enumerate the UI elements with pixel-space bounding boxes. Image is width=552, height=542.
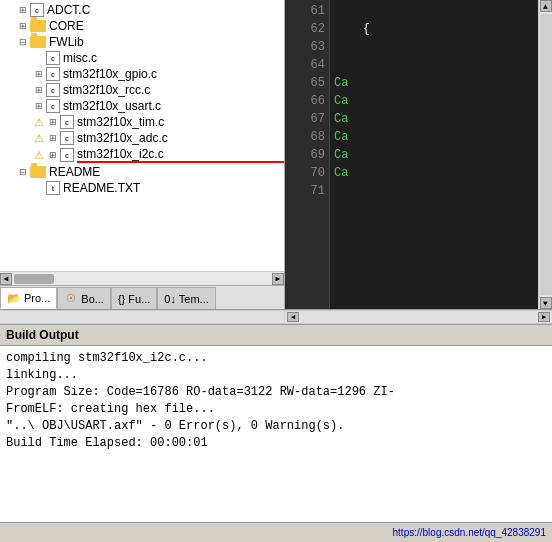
code-hscroll[interactable]: ◀ ▶ bbox=[285, 311, 552, 323]
expand-icon-usart: ⊞ bbox=[32, 99, 46, 113]
expand-icon-i2c: ⊞ bbox=[46, 148, 60, 162]
status-bar: https://blog.csdn.net/qq_42838291 bbox=[0, 522, 552, 542]
tree-item-tim[interactable]: ⚠ ⊞ c stm32f10x_tim.c bbox=[0, 114, 284, 130]
expand-icon-readme: ⊟ bbox=[16, 165, 30, 179]
tree-item-misc[interactable]: c misc.c bbox=[0, 50, 284, 66]
tree-item-gpio[interactable]: ⊞ c stm32f10x_gpio.c bbox=[0, 66, 284, 82]
tab-templates[interactable]: 0↓ Tem... bbox=[157, 287, 215, 309]
hscroll-right-arrow[interactable]: ▶ bbox=[272, 273, 284, 285]
expand-icon-readme-txt bbox=[32, 181, 46, 195]
build-output-title: Build Output bbox=[6, 328, 79, 342]
code-line-61 bbox=[334, 2, 534, 20]
code-line-66: Ca bbox=[334, 92, 534, 110]
code-hscroll-bar[interactable]: ◀ ▶ bbox=[0, 310, 552, 324]
code-line-70: Ca bbox=[334, 164, 534, 182]
expand-icon-rcc: ⊞ bbox=[32, 83, 46, 97]
folder-icon-fwlib bbox=[30, 36, 46, 48]
tree-item-i2c[interactable]: ⚠ ⊞ c stm32f10x_i2c.c bbox=[0, 146, 284, 164]
warning-icon-adc: ⚠ bbox=[32, 131, 46, 145]
line-num-62: 62 bbox=[289, 20, 325, 38]
build-line-0: compiling stm32f10x_i2c.c... bbox=[6, 350, 546, 367]
rcc-label: stm32f10x_rcc.c bbox=[63, 83, 284, 97]
code-area[interactable]: { Ca Ca Ca Ca Ca Ca bbox=[330, 0, 538, 309]
line-num-67: 67 bbox=[289, 110, 325, 128]
tree-item-readme-txt[interactable]: t README.TXT bbox=[0, 180, 284, 196]
file-c-icon-usart: c bbox=[46, 99, 60, 113]
code-hscroll-right[interactable]: ▶ bbox=[538, 312, 550, 322]
line-num-69: 69 bbox=[289, 146, 325, 164]
build-line-2: Program Size: Code=16786 RO-data=3122 RW… bbox=[6, 384, 546, 401]
hscroll-thumb[interactable] bbox=[14, 274, 54, 284]
line-num-70: 70 bbox=[289, 164, 325, 182]
code-hscroll-left[interactable]: ◀ bbox=[287, 312, 299, 322]
line-num-63: 63 bbox=[289, 38, 325, 56]
line-num-71: 71 bbox=[289, 182, 325, 200]
tab-functions-label: {} Fu... bbox=[118, 293, 150, 305]
expand-icon-misc bbox=[32, 51, 46, 65]
fwlib-label: FWLib bbox=[49, 35, 284, 49]
tab-bar: 📂 Pro... ☉ Bo... {} Fu... 0↓ Tem... bbox=[0, 285, 284, 309]
file-c-icon: c bbox=[30, 3, 44, 17]
code-line-64 bbox=[334, 56, 534, 74]
build-line-4: "..\ OBJ\USART.axf" - 0 Error(s), 0 Warn… bbox=[6, 418, 546, 435]
expand-icon-fwlib: ⊟ bbox=[16, 35, 30, 49]
build-line-1: linking... bbox=[6, 367, 546, 384]
expand-icon-gpio: ⊞ bbox=[32, 67, 46, 81]
tree-item-adc[interactable]: ⚠ ⊞ c stm32f10x_adc.c bbox=[0, 130, 284, 146]
build-output-text[interactable]: compiling stm32f10x_i2c.c... linking... … bbox=[0, 346, 552, 522]
code-line-68: Ca bbox=[334, 128, 534, 146]
build-output-panel: Build Output compiling stm32f10x_i2c.c..… bbox=[0, 324, 552, 522]
tree-hscroll[interactable]: ◀ ▶ bbox=[0, 271, 284, 285]
code-vscroll[interactable]: ▲ ▼ bbox=[538, 0, 552, 309]
core-label: CORE bbox=[49, 19, 284, 33]
line-num-61: 61 bbox=[289, 2, 325, 20]
build-line-5: Build Time Elapsed: 00:00:01 bbox=[6, 435, 546, 452]
line-num-65: 65 bbox=[289, 74, 325, 92]
gpio-label: stm32f10x_gpio.c bbox=[63, 67, 284, 81]
tab-functions[interactable]: {} Fu... bbox=[111, 287, 157, 309]
tree-item-core[interactable]: ⊞ CORE bbox=[0, 18, 284, 34]
vscroll-thumb[interactable] bbox=[540, 14, 552, 295]
file-tree-panel: ⊞ c ADCT.C ⊞ CORE ⊟ FWLib bbox=[0, 0, 285, 309]
file-tree-content[interactable]: ⊞ c ADCT.C ⊞ CORE ⊟ FWLib bbox=[0, 0, 284, 271]
tree-item-usart[interactable]: ⊞ c stm32f10x_usart.c bbox=[0, 98, 284, 114]
hscroll-left-arrow[interactable]: ◀ bbox=[0, 273, 12, 285]
code-line-63 bbox=[334, 38, 534, 56]
tab-books[interactable]: ☉ Bo... bbox=[57, 287, 111, 309]
build-line-3: FromELF: creating hex file... bbox=[6, 401, 546, 418]
file-txt-icon: t bbox=[46, 181, 60, 195]
tab-templates-label: 0↓ Tem... bbox=[164, 293, 208, 305]
file-c-icon-gpio: c bbox=[46, 67, 60, 81]
file-c-icon-adc: c bbox=[60, 131, 74, 145]
books-tab-icon: ☉ bbox=[64, 292, 78, 306]
tab-project-label: Pro... bbox=[24, 292, 50, 304]
misc-label: misc.c bbox=[63, 51, 284, 65]
usart-label: stm32f10x_usart.c bbox=[63, 99, 284, 113]
project-tab-icon: 📂 bbox=[7, 291, 21, 305]
adc-label: stm32f10x_adc.c bbox=[77, 131, 284, 145]
code-line-62b: { bbox=[334, 20, 534, 38]
tree-item-readme-folder[interactable]: ⊟ README bbox=[0, 164, 284, 180]
line-numbers: 61 62 63 64 65 66 67 68 69 70 71 bbox=[285, 0, 330, 309]
tree-item-adct[interactable]: ⊞ c ADCT.C bbox=[0, 2, 284, 18]
line-num-64: 64 bbox=[289, 56, 325, 74]
file-c-icon-i2c: c bbox=[60, 148, 74, 162]
vscroll-down-button[interactable]: ▼ bbox=[540, 297, 552, 309]
tree-item-label: ADCT.C bbox=[47, 3, 284, 17]
readme-txt-label: README.TXT bbox=[63, 181, 284, 195]
vscroll-up-button[interactable]: ▲ bbox=[540, 0, 552, 12]
line-num-66: 66 bbox=[289, 92, 325, 110]
i2c-label: stm32f10x_i2c.c bbox=[77, 147, 284, 163]
code-line-71 bbox=[334, 182, 534, 200]
folder-icon-core bbox=[30, 20, 46, 32]
expand-icon-tim: ⊞ bbox=[46, 115, 60, 129]
code-editor: 61 62 63 64 65 66 67 68 69 70 71 { bbox=[285, 0, 552, 309]
tree-item-rcc[interactable]: ⊞ c stm32f10x_rcc.c bbox=[0, 82, 284, 98]
top-section: ⊞ c ADCT.C ⊞ CORE ⊟ FWLib bbox=[0, 0, 552, 310]
status-url: https://blog.csdn.net/qq_42838291 bbox=[393, 527, 546, 538]
code-line-65: Ca bbox=[334, 74, 534, 92]
readme-folder-label: README bbox=[49, 165, 284, 179]
tree-item-fwlib[interactable]: ⊟ FWLib bbox=[0, 34, 284, 50]
code-line-67: Ca bbox=[334, 110, 534, 128]
tab-project[interactable]: 📂 Pro... bbox=[0, 287, 57, 309]
